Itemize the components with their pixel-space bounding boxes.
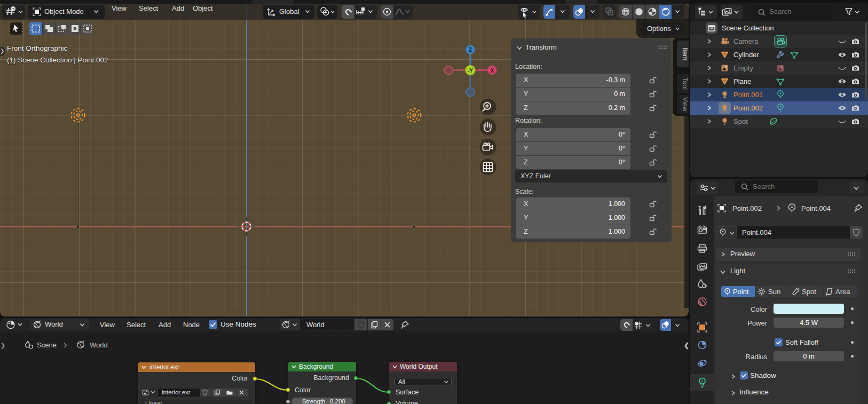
svg-text:Z: Z [469, 47, 472, 53]
svg-text:X: X [491, 68, 494, 74]
svg-text:-Y: -Y [468, 68, 473, 74]
